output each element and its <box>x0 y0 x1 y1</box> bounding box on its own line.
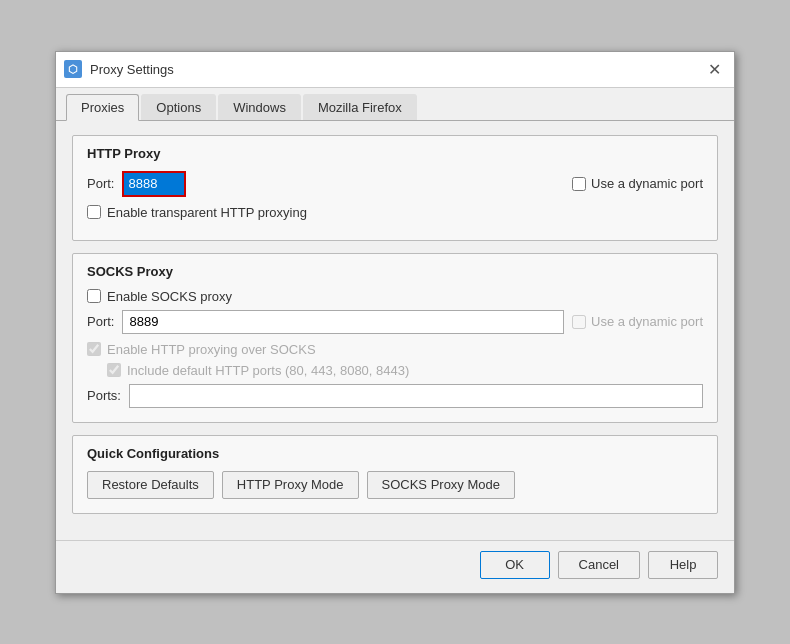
title-bar: ⬡ Proxy Settings ✕ <box>56 52 734 88</box>
http-over-socks-checkbox[interactable] <box>87 342 101 356</box>
tab-proxies[interactable]: Proxies <box>66 94 139 121</box>
http-proxy-section: HTTP Proxy Port: Use a dynamic port Enab… <box>72 135 718 241</box>
socks-proxy-section: SOCKS Proxy Enable SOCKS proxy Port: Use… <box>72 253 718 423</box>
title-bar-left: ⬡ Proxy Settings <box>64 60 174 78</box>
http-over-socks-row: Enable HTTP proxying over SOCKS <box>87 342 703 357</box>
socks-port-row: Port: Use a dynamic port <box>87 310 703 334</box>
help-button[interactable]: Help <box>648 551 718 579</box>
quick-buttons-row: Restore Defaults HTTP Proxy Mode SOCKS P… <box>87 471 703 499</box>
socks-port-input[interactable] <box>122 310 564 334</box>
socks-dynamic-port-row: Use a dynamic port <box>572 314 703 329</box>
http-proxy-mode-button[interactable]: HTTP Proxy Mode <box>222 471 359 499</box>
transparent-http-label: Enable transparent HTTP proxying <box>107 205 307 220</box>
tab-mozilla-firefox[interactable]: Mozilla Firefox <box>303 94 417 120</box>
window-title: Proxy Settings <box>90 62 174 77</box>
ports-row: Ports: <box>87 384 703 408</box>
enable-socks-label: Enable SOCKS proxy <box>107 289 232 304</box>
http-dynamic-port-row: Use a dynamic port <box>572 176 703 191</box>
ports-label: Ports: <box>87 388 121 403</box>
tab-options[interactable]: Options <box>141 94 216 120</box>
transparent-http-row: Enable transparent HTTP proxying <box>87 205 703 220</box>
socks-dynamic-port-checkbox[interactable] <box>572 315 586 329</box>
quick-config-title: Quick Configurations <box>87 446 703 461</box>
restore-defaults-button[interactable]: Restore Defaults <box>87 471 214 499</box>
quick-config-section: Quick Configurations Restore Defaults HT… <box>72 435 718 514</box>
http-port-label: Port: <box>87 176 114 191</box>
http-port-input-wrapper <box>122 171 186 197</box>
http-dynamic-port-label: Use a dynamic port <box>591 176 703 191</box>
http-over-socks-label: Enable HTTP proxying over SOCKS <box>107 342 316 357</box>
default-ports-checkbox[interactable] <box>107 363 121 377</box>
proxy-settings-window: ⬡ Proxy Settings ✕ Proxies Options Windo… <box>55 51 735 594</box>
ok-button[interactable]: OK <box>480 551 550 579</box>
tab-bar: Proxies Options Windows Mozilla Firefox <box>56 88 734 121</box>
socks-port-label: Port: <box>87 314 114 329</box>
ports-input[interactable] <box>129 384 703 408</box>
http-proxy-title: HTTP Proxy <box>87 146 703 161</box>
cancel-button[interactable]: Cancel <box>558 551 640 579</box>
app-icon: ⬡ <box>64 60 82 78</box>
enable-socks-row: Enable SOCKS proxy <box>87 289 703 304</box>
default-ports-label: Include default HTTP ports (80, 443, 808… <box>127 363 409 378</box>
enable-socks-checkbox[interactable] <box>87 289 101 303</box>
close-button[interactable]: ✕ <box>702 57 726 81</box>
footer: OK Cancel Help <box>56 540 734 593</box>
main-content: HTTP Proxy Port: Use a dynamic port Enab… <box>56 121 734 540</box>
socks-proxy-title: SOCKS Proxy <box>87 264 703 279</box>
tab-windows[interactable]: Windows <box>218 94 301 120</box>
transparent-http-checkbox[interactable] <box>87 205 101 219</box>
socks-dynamic-port-label: Use a dynamic port <box>591 314 703 329</box>
http-port-input[interactable] <box>124 173 184 195</box>
http-dynamic-port-checkbox[interactable] <box>572 177 586 191</box>
http-port-row: Port: Use a dynamic port <box>87 171 703 197</box>
socks-proxy-mode-button[interactable]: SOCKS Proxy Mode <box>367 471 516 499</box>
default-ports-row: Include default HTTP ports (80, 443, 808… <box>107 363 703 378</box>
